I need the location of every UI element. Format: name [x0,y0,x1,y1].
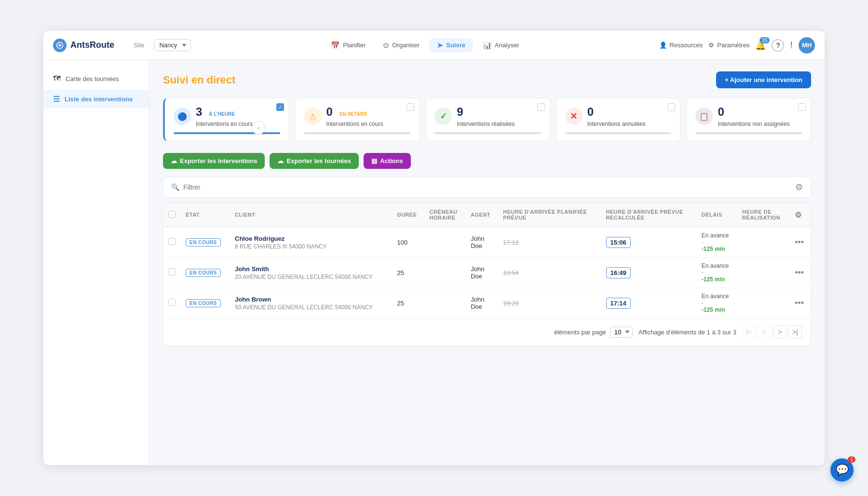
stat-icon-purple: 📋 [695,108,713,125]
avatar[interactable]: MH [799,37,815,54]
help-btn[interactable]: ? [772,39,784,52]
alert-btn[interactable]: ! [790,40,793,51]
row-more-btn-1[interactable]: ••• [795,268,804,278]
page-btns: |< < > >| [742,325,802,339]
notifications-btn[interactable]: 🔔 15 [755,40,766,51]
export-interventions-label: Exporter les interventions [180,157,257,165]
duration-1: 25 [393,258,425,288]
heure-prevue-0: 15:06 [606,237,631,248]
first-page-btn[interactable]: |< [742,325,756,339]
nav-link-analyser[interactable]: 📊 Analyser [475,38,527,53]
agent-0: JohnDoe [466,227,498,258]
stat-card-done[interactable]: ✓ 9 Interventions réalisées [425,98,550,141]
delay-text-1: En avance [702,262,732,269]
col-agent: AGENT [466,203,498,227]
heure-prevue-2: 17:14 [606,298,631,309]
table-header-row: ÉTAT CLIENT DURÉE CRÉNEAUHORAIRE AGENT H… [163,203,811,227]
main-layout: 🗺 Carte des tournées ☰ Liste des interve… [43,60,825,465]
help-icon: ? [772,39,784,52]
duration-0: 100 [393,227,425,258]
site-label: Site [134,41,144,49]
stat-card-at-time[interactable]: ✓ 🔵 3 À L'HEURE Interventions en cours [163,98,289,141]
add-intervention-btn[interactable]: + Ajouter une intervention [716,71,811,88]
content: ‹ Suivi en direct + Ajouter une interven… [149,60,825,465]
last-page-btn[interactable]: >| [788,325,802,339]
stat-info-3: 0 Interventions annulées [587,105,646,127]
stat-count-0: 3 [196,105,202,119]
site-select[interactable]: Nancy [154,39,191,51]
row-more-btn-0[interactable]: ••• [795,237,804,248]
sidebar-item-liste[interactable]: ☰ Liste des interventions [43,90,149,109]
table-row: EN COURS Chloe Rodriguez 8 RUE CHARLES I… [163,227,811,258]
stat-info: 3 À L'HEURE Interventions en cours [196,105,253,127]
stat-bar-4 [695,132,802,134]
nav-link-suivre[interactable]: ➤ Suivre [429,38,473,53]
actions-btn[interactable]: ▤ Actions [364,153,411,169]
nav-link-organiser[interactable]: ⊙ Organiser [375,38,427,53]
stat-card-unassigned[interactable]: 📋 0 Interventions non assignées [686,98,811,141]
col-heure-prevue: HEURE D'ARRIVÉE PRÉVUERECALCULÉE [601,203,697,227]
col-client: CLIENT [230,203,393,227]
stat-desc-0: Interventions en cours [196,121,253,127]
creneau-1 [425,258,466,288]
sidebar: 🗺 Carte des tournées ☰ Liste des interve… [43,60,149,465]
filter-input[interactable] [183,183,280,191]
stat-count-1: 0 [326,105,333,119]
select-all-checkbox[interactable] [168,211,176,218]
stat-card-late[interactable]: ⚠ 0 EN RETARD Interventions en cours [295,98,420,141]
export-interventions-btn[interactable]: ☁ Exporter les interventions [163,153,265,169]
stat-info-2: 9 Interventions réalisées [457,105,515,127]
collapse-sidebar-btn[interactable]: ‹ [252,121,265,135]
per-page-wrap: éléments par page 10 25 50 [554,327,633,338]
client-addr-1: 20 AVENUE DU GENERAL LECLERC 54000 NANCY [235,274,388,280]
col-duree: DURÉE [393,203,425,227]
export-tournees-btn[interactable]: ☁ Exporter les tournées [270,153,359,169]
stat-desc-2: Interventions réalisées [457,121,515,127]
nav-link-planifier[interactable]: 📅 Planifier [323,38,373,53]
status-badge-0: EN COURS [186,238,221,247]
row-checkbox-2[interactable] [168,299,176,306]
content-header: Suivi en direct + Ajouter une interventi… [163,71,811,88]
params-link[interactable]: ⚙ Paramètres [708,41,749,49]
filter-input-wrap: 🔍 [171,183,795,191]
analyser-icon: 📊 [483,41,492,50]
delay-dash-1: - [702,269,732,276]
pagination-row: éléments par page 10 25 50 Affichage d'é… [163,318,811,345]
sidebar-item-carte[interactable]: 🗺 Carte des tournées [43,69,149,88]
stat-check-empty-2 [537,103,545,111]
next-page-btn[interactable]: > [773,325,787,339]
col-realisation: HEURE DERÉALISATION [737,203,790,227]
stat-card-cancelled[interactable]: ✕ 0 Interventions annulées [556,98,681,141]
stat-cards: ✓ 🔵 3 À L'HEURE Interventions en cours [163,98,811,141]
cloud-up-icon: ☁ [171,157,177,165]
per-page-select[interactable]: 10 25 50 [610,327,633,338]
row-checkbox-1[interactable] [168,268,176,276]
export-tournees-label: Exporter les tournées [286,157,351,165]
stat-desc-1: Interventions en cours [326,121,383,127]
chat-bubble-btn[interactable]: 💬 1 [830,458,854,482]
row-more-btn-2[interactable]: ••• [795,298,804,308]
stat-desc-4: Interventions non assignées [718,121,789,127]
settings-col-icon[interactable]: ⚙ [795,211,802,219]
nav-label-analyser: Analyser [495,41,519,49]
table-row: EN COURS John Smith 20 AVENUE DU GENERAL… [163,258,811,288]
resources-link[interactable]: 👤 Ressources [659,41,703,49]
heure-prevue-1: 16:49 [606,267,631,278]
realisation-0 [737,227,790,258]
filter-options-icon[interactable]: ⚙ [795,182,803,193]
top-nav: AntsRoute Site Nancy 📅 Planifier ⊙ Organ… [43,31,825,60]
col-heure-planifiee: HEURE D'ARRIVÉE PLANIFIÉEPRÉVUE [498,203,601,227]
stat-status-0: À L'HEURE [206,110,238,118]
chat-badge: 1 [848,456,855,463]
prev-page-btn[interactable]: < [758,325,771,339]
notif-badge: 15 [760,37,770,43]
stat-icon-green: ✓ [434,108,452,125]
agent-1: JohnDoe [466,258,498,288]
stat-row-3: ✕ 0 Interventions annulées [565,105,672,127]
creneau-0 [425,227,466,258]
organiser-icon: ⊙ [383,41,389,50]
row-checkbox-0[interactable] [168,238,176,245]
stat-check-icon: ✓ [276,103,284,111]
stat-bar-2 [434,132,541,134]
chat-icon: 💬 [836,464,849,476]
